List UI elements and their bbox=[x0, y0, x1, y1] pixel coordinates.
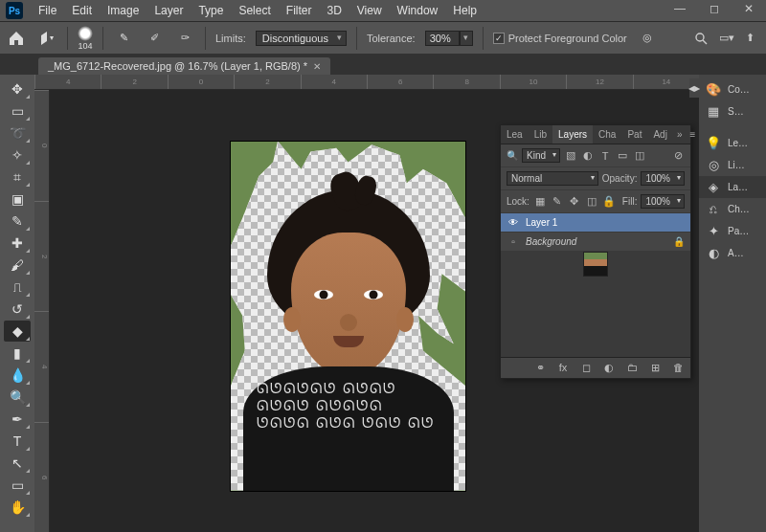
menu-file[interactable]: File bbox=[31, 0, 64, 21]
healing-brush-tool[interactable]: ✚ bbox=[4, 233, 31, 254]
layer-name[interactable]: Background bbox=[526, 236, 576, 247]
group-icon[interactable]: 🗀 bbox=[625, 362, 639, 374]
menu-select[interactable]: Select bbox=[231, 0, 278, 21]
document-canvas[interactable] bbox=[231, 142, 465, 491]
adjustment-layer-icon[interactable]: ◐ bbox=[602, 362, 616, 374]
panel-libraries[interactable]: ◎Li… bbox=[699, 154, 766, 176]
search-icon[interactable] bbox=[694, 32, 708, 45]
menu-view[interactable]: View bbox=[349, 0, 390, 21]
share-icon[interactable]: ⬆ bbox=[746, 32, 755, 44]
opacity-input[interactable]: 100% bbox=[641, 171, 685, 186]
panel-learn[interactable]: 💡Le… bbox=[699, 132, 766, 154]
tolerance-dropdown[interactable] bbox=[460, 31, 473, 46]
frame-tool[interactable]: ▣ bbox=[4, 188, 31, 210]
panel-color[interactable]: 🎨Co… bbox=[699, 78, 766, 100]
workspace-switcher-icon[interactable]: ▭▾ bbox=[719, 32, 734, 44]
brush-tool[interactable]: 🖌 bbox=[4, 255, 31, 276]
panel-adjustments[interactable]: ◐A… bbox=[699, 242, 766, 264]
gradient-tool[interactable]: ▮ bbox=[4, 343, 31, 364]
lasso-tool[interactable]: ➰ bbox=[4, 122, 31, 144]
new-layer-icon[interactable]: ⊞ bbox=[648, 362, 662, 374]
crop-tool[interactable]: ⌗ bbox=[4, 166, 31, 188]
menu-layer[interactable]: Layer bbox=[146, 0, 191, 21]
brush-pressure-icon[interactable]: ✐ bbox=[144, 28, 165, 49]
dodge-tool[interactable]: 🔍 bbox=[4, 387, 31, 408]
type-tool[interactable]: T bbox=[4, 431, 31, 452]
panel-paths[interactable]: ✦Pa… bbox=[699, 220, 766, 242]
visibility-toggle-icon[interactable]: ▫ bbox=[507, 236, 520, 247]
tab-layers[interactable]: Layers bbox=[552, 125, 593, 144]
panel-menu-icon[interactable]: ≡ bbox=[686, 125, 699, 144]
minimize-button[interactable]: — bbox=[668, 2, 691, 15]
visibility-toggle-icon[interactable]: 👁 bbox=[507, 217, 520, 228]
lock-icon[interactable]: 🔒 bbox=[673, 236, 685, 247]
layer-thumbnail[interactable] bbox=[583, 252, 608, 277]
filter-pixel-icon[interactable]: ▧ bbox=[564, 149, 577, 162]
filter-adjust-icon[interactable]: ◐ bbox=[581, 149, 595, 162]
layer-row[interactable]: ▫ Background 🔒 bbox=[501, 233, 690, 252]
tab-channels[interactable]: Cha bbox=[593, 125, 621, 144]
layer-mask-icon[interactable]: ◻ bbox=[579, 362, 593, 374]
history-brush-tool[interactable]: ↺ bbox=[4, 299, 31, 320]
move-tool[interactable]: ✥ bbox=[4, 78, 31, 100]
lock-transparency-icon[interactable]: ▦ bbox=[533, 195, 547, 208]
eraser-tool[interactable]: ◆ bbox=[4, 321, 31, 342]
tab-close-icon[interactable]: ✕ bbox=[313, 61, 321, 72]
lock-image-icon[interactable]: ✎ bbox=[551, 195, 564, 208]
link-layers-icon[interactable]: ⚭ bbox=[533, 362, 547, 374]
protect-foreground-checkbox[interactable]: ✓ Protect Foreground Color bbox=[493, 33, 627, 44]
panel-expand-icon[interactable]: » bbox=[673, 125, 687, 144]
document-tab[interactable]: _MG_6712-Recovered.jpg @ 16.7% (Layer 1,… bbox=[38, 57, 330, 75]
blend-mode-select[interactable]: Normal bbox=[507, 171, 598, 186]
airbrush-icon[interactable]: ✑ bbox=[174, 28, 195, 49]
path-selection-tool[interactable]: ↖ bbox=[4, 453, 31, 474]
layers-panel[interactable]: Lea Lib Layers Cha Pat Adj » ≡ 🔍 Kind ▧ … bbox=[500, 124, 691, 379]
tab-learn[interactable]: Lea bbox=[501, 125, 529, 144]
menu-3d[interactable]: 3D bbox=[319, 0, 349, 21]
panel-channels[interactable]: ⎌Ch… bbox=[699, 198, 766, 220]
lock-position-icon[interactable]: ✥ bbox=[568, 195, 581, 208]
limits-select[interactable]: Discontiguous bbox=[256, 31, 347, 46]
pressure-toggle-icon[interactable]: ◎ bbox=[637, 28, 658, 49]
filter-type-icon[interactable]: T bbox=[598, 150, 612, 162]
lock-all-icon[interactable]: 🔒 bbox=[602, 195, 616, 208]
tab-libraries[interactable]: Lib bbox=[529, 125, 552, 144]
collapse-handle-icon[interactable]: ◀▶ bbox=[689, 78, 699, 98]
home-icon[interactable] bbox=[6, 28, 27, 49]
panel-layers[interactable]: ◈La… bbox=[699, 176, 766, 198]
delete-layer-icon[interactable]: 🗑 bbox=[671, 362, 685, 374]
pen-tool[interactable]: ✒ bbox=[4, 409, 31, 430]
filter-kind-select[interactable]: Kind bbox=[522, 148, 560, 163]
menu-type[interactable]: Type bbox=[191, 0, 231, 21]
layer-row[interactable]: 👁 Layer 1 bbox=[501, 213, 690, 233]
menu-window[interactable]: Window bbox=[390, 0, 446, 21]
eyedropper-tool[interactable]: ✎ bbox=[4, 211, 31, 232]
hand-tool[interactable]: ✋ bbox=[4, 497, 31, 518]
layer-style-icon[interactable]: fx bbox=[556, 362, 570, 374]
filter-shape-icon[interactable]: ▭ bbox=[616, 149, 629, 162]
filter-search-icon[interactable]: 🔍 bbox=[507, 150, 518, 161]
tab-adjustments[interactable]: Adj bbox=[647, 125, 672, 144]
shape-tool[interactable]: ▭ bbox=[4, 475, 31, 496]
fill-input[interactable]: 100% bbox=[641, 194, 685, 209]
brush-preview[interactable]: 104 bbox=[78, 26, 93, 51]
clone-stamp-tool[interactable]: ⎍ bbox=[4, 277, 31, 298]
blur-tool[interactable]: 💧 bbox=[4, 365, 31, 386]
panel-swatches[interactable]: ▦S… bbox=[699, 100, 766, 122]
magic-wand-tool[interactable]: ✧ bbox=[4, 144, 31, 166]
filter-smart-icon[interactable]: ◫ bbox=[633, 149, 646, 162]
brush-settings-icon[interactable]: ✎ bbox=[113, 28, 134, 49]
marquee-tool[interactable]: ▭ bbox=[4, 100, 31, 122]
lock-artboard-icon[interactable]: ◫ bbox=[585, 195, 598, 208]
maximize-button[interactable]: ◻ bbox=[703, 2, 726, 15]
menu-image[interactable]: Image bbox=[100, 0, 146, 21]
menu-filter[interactable]: Filter bbox=[279, 0, 320, 21]
tool-preset-icon[interactable]: ▾ bbox=[36, 28, 57, 49]
filter-toggle-icon[interactable]: ⊘ bbox=[671, 149, 685, 162]
close-button[interactable]: ✕ bbox=[737, 2, 760, 15]
layer-name[interactable]: Layer 1 bbox=[526, 217, 557, 228]
tab-paths[interactable]: Pat bbox=[621, 125, 647, 144]
menu-help[interactable]: Help bbox=[445, 0, 484, 21]
tolerance-input[interactable]: 30% bbox=[425, 31, 460, 46]
menu-edit[interactable]: Edit bbox=[64, 0, 100, 21]
